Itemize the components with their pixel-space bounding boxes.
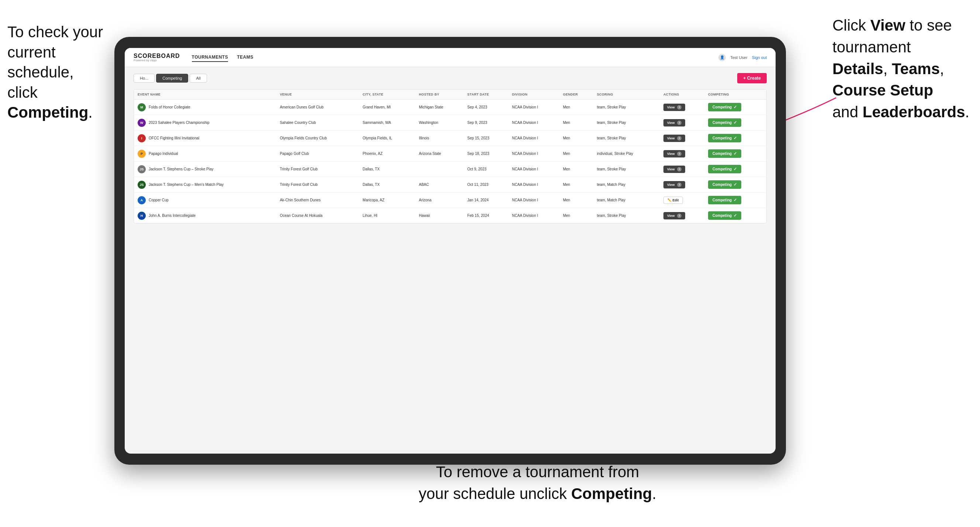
- gender-cell: Men: [559, 192, 593, 208]
- event-name: Copper Cup: [149, 198, 169, 202]
- event-name: 2023 Sahalee Players Championship: [149, 121, 210, 125]
- view-button[interactable]: View i: [663, 119, 685, 127]
- event-name: OFCC Fighting Illini Invitational: [149, 136, 199, 140]
- annotation-period: .: [88, 104, 92, 121]
- actions-cell: View i: [660, 130, 705, 146]
- competing-cell: Competing ✓: [705, 162, 766, 177]
- nav-link-tournaments[interactable]: TOURNAMENTS: [192, 53, 228, 62]
- team-logo: P: [138, 150, 146, 158]
- venue-cell: Trinity Forest Golf Club: [276, 177, 359, 192]
- edit-button[interactable]: ✏️ Edit: [663, 197, 683, 204]
- view-button[interactable]: View i: [663, 135, 685, 142]
- competing-cell: Competing ✓: [705, 115, 766, 130]
- table-row: I OFCC Fighting Illini Invitational Olym…: [134, 130, 766, 146]
- event-name-cell: I OFCC Fighting Illini Invitational: [134, 130, 276, 146]
- start-date-cell: Sep 18, 2023: [464, 146, 508, 162]
- competing-button[interactable]: Competing ✓: [708, 118, 741, 127]
- view-button[interactable]: View i: [663, 150, 685, 157]
- nav-bar: SCOREBOARD Powered by clippi TOURNAMENTS…: [125, 48, 776, 67]
- competing-cell: Competing ✓: [705, 146, 766, 162]
- hosted-by-cell: [415, 162, 463, 177]
- filter-tabs: Ho... Competing All: [134, 74, 207, 83]
- create-button[interactable]: + Create: [737, 73, 767, 83]
- user-icon: 👤: [718, 54, 726, 61]
- scoring-cell: team, Match Play: [593, 177, 660, 192]
- event-name: John A. Burns Intercollegiate: [149, 214, 196, 217]
- actions-cell: View i: [660, 208, 705, 224]
- venue-cell: American Dunes Golf Club: [276, 100, 359, 115]
- competing-button[interactable]: Competing ✓: [708, 103, 741, 111]
- event-name-cell: JS Jackson T. Stephens Cup – Stroke Play: [134, 162, 276, 177]
- team-logo: H: [138, 212, 146, 220]
- hosted-by-cell: Michigan State: [415, 100, 463, 115]
- annotation-tr-1: Click: [832, 17, 870, 34]
- filter-tab-all[interactable]: All: [190, 74, 207, 83]
- team-logo: I: [138, 134, 146, 142]
- col-actions: ACTIONS: [660, 90, 705, 100]
- filter-tab-competing[interactable]: Competing: [156, 74, 188, 83]
- nav-link-teams[interactable]: TEAMS: [237, 53, 253, 62]
- gender-cell: Men: [559, 162, 593, 177]
- actions-cell: View i: [660, 146, 705, 162]
- team-logo: M: [138, 103, 146, 111]
- city-state-cell: Olympia Fields, IL: [359, 130, 415, 146]
- hosted-by-cell: Arizona: [415, 192, 463, 208]
- event-name-cell: H John A. Burns Intercollegiate: [134, 208, 276, 224]
- event-name-cell: W 2023 Sahalee Players Championship: [134, 115, 276, 130]
- annotation-top-left: To check your current schedule, click Co…: [7, 22, 126, 123]
- team-logo: JS: [138, 165, 146, 173]
- city-state-cell: Grand Haven, MI: [359, 100, 415, 115]
- col-start-date: START DATE: [464, 90, 508, 100]
- competing-button[interactable]: Competing ✓: [708, 149, 741, 158]
- team-logo: A: [138, 196, 146, 204]
- view-button[interactable]: View i: [663, 165, 685, 173]
- annotation-text-3: click: [7, 84, 38, 101]
- actions-cell: View i: [660, 115, 705, 130]
- gender-cell: Men: [559, 130, 593, 146]
- annotation-tr-bold2: Details: [832, 60, 883, 78]
- event-name-cell: P Papago Individual: [134, 146, 276, 162]
- hosted-by-cell: ABAC: [415, 177, 463, 192]
- scoring-cell: team, Stroke Play: [593, 130, 660, 146]
- division-cell: NCAA Division I: [508, 192, 559, 208]
- city-state-cell: Maricopa, AZ: [359, 192, 415, 208]
- competing-button[interactable]: Competing ✓: [708, 165, 741, 173]
- annotation-bottom-bold: Competing: [571, 485, 652, 502]
- scoring-cell: team, Stroke Play: [593, 162, 660, 177]
- start-date-cell: Sep 4, 2023: [464, 100, 508, 115]
- table-row: JS Jackson T. Stephens Cup – Stroke Play…: [134, 162, 766, 177]
- start-date-cell: Sep 15, 2023: [464, 130, 508, 146]
- venue-cell: Trinity Forest Golf Club: [276, 162, 359, 177]
- table-header-row: EVENT NAME VENUE CITY, STATE HOSTED BY S…: [134, 90, 766, 100]
- event-name-cell: JS Jackson T. Stephens Cup – Men's Match…: [134, 177, 276, 192]
- competing-button[interactable]: Competing ✓: [708, 134, 741, 142]
- hosted-by-cell: Illinois: [415, 130, 463, 146]
- user-label: Test User: [730, 55, 747, 60]
- sign-out-link[interactable]: Sign out: [752, 55, 767, 60]
- table-row: P Papago Individual Papago Golf Club Pho…: [134, 146, 766, 162]
- division-cell: NCAA Division I: [508, 208, 559, 224]
- view-button[interactable]: View i: [663, 104, 685, 111]
- division-cell: NCAA Division I: [508, 130, 559, 146]
- view-button[interactable]: View i: [663, 181, 685, 189]
- view-button[interactable]: View i: [663, 212, 685, 219]
- actions-cell: View i: [660, 162, 705, 177]
- scoring-cell: individual, Stroke Play: [593, 146, 660, 162]
- actions-cell: View i: [660, 177, 705, 192]
- annotation-bold-competing: Competing: [7, 104, 88, 121]
- filter-tab-home[interactable]: Ho...: [134, 74, 154, 83]
- annotation-text-1: To check your: [7, 23, 103, 41]
- competing-button[interactable]: Competing ✓: [708, 180, 741, 189]
- competing-button[interactable]: Competing ✓: [708, 196, 741, 204]
- annotation-tr-3: tournament: [832, 38, 911, 56]
- event-name: Folds of Honor Collegiate: [149, 105, 190, 109]
- col-city-state: CITY, STATE: [359, 90, 415, 100]
- col-venue: VENUE: [276, 90, 359, 100]
- venue-cell: Ak-Chin Southern Dunes: [276, 192, 359, 208]
- filter-bar: Ho... Competing All + Create: [134, 73, 767, 83]
- venue-cell: Sahalee Country Club: [276, 115, 359, 130]
- annotation-tr-bold1: View: [870, 17, 905, 34]
- competing-button[interactable]: Competing ✓: [708, 211, 741, 220]
- team-logo: W: [138, 119, 146, 127]
- city-state-cell: Sammamish, WA: [359, 115, 415, 130]
